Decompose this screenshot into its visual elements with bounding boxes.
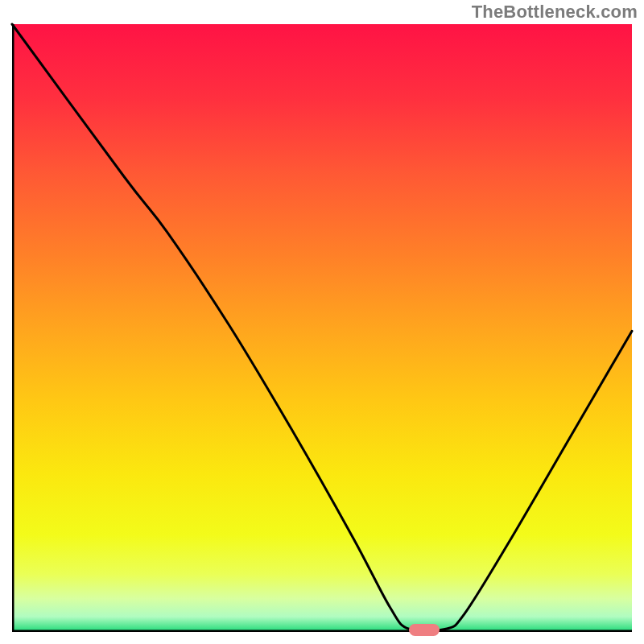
svg-rect-0 xyxy=(12,24,632,632)
optimal-marker xyxy=(409,624,440,636)
chart-root: TheBottleneck.com xyxy=(0,0,644,644)
watermark-label: TheBottleneck.com xyxy=(472,2,638,23)
gradient-background xyxy=(12,24,632,632)
